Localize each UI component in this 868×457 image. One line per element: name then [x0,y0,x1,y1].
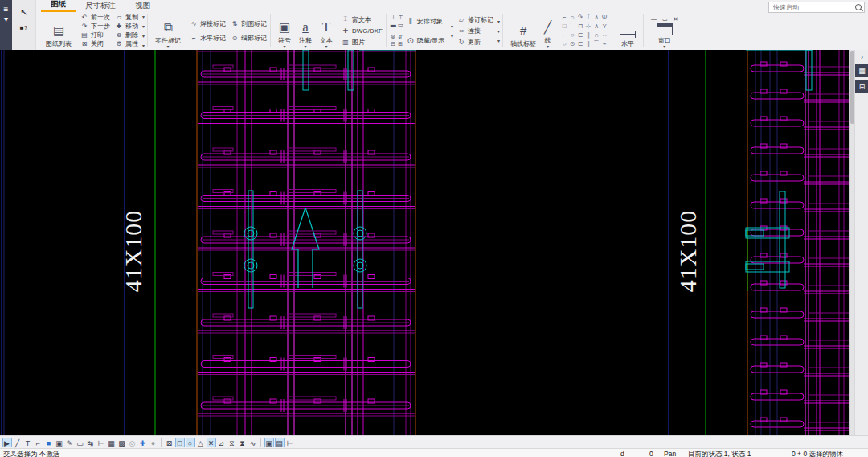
grid-snap-toggle-icon[interactable]: ▤ [275,438,285,447]
reference-snap-icon[interactable]: ⊢ [285,438,295,447]
snap-extension-icon[interactable]: ⧖ [227,438,237,447]
rectangle-tool-icon[interactable]: ▭ [76,438,85,447]
move-button[interactable]: ✚移动 [115,23,138,31]
zoom-icon[interactable]: ◎ [128,438,137,447]
sketch-tool-icon[interactable]: ⌢ [600,31,608,39]
dropdown-arrow-icon[interactable]: ▾ [326,45,328,48]
select-tool-icon[interactable]: ▶ [2,438,12,447]
weld-mark-button[interactable]: ∿焊接标记 [190,19,226,27]
sketch-tool-icon[interactable]: □ [560,22,568,31]
image-button[interactable]: ▥图片 [342,38,383,46]
sketch-tool-icon[interactable]: ∥ [584,31,592,39]
quick-launch-search[interactable] [768,2,865,13]
dropdown-arrow-icon[interactable]: ▾ [142,14,145,19]
dropdown-arrow-icon[interactable]: ▾ [451,23,453,29]
note-button[interactable]: a 注释 ▾ [295,13,316,48]
grid-snap-icon[interactable]: ▩ [117,438,127,447]
sketch-tool-icon[interactable]: ⌒ [568,22,576,31]
dropdown-arrow-icon[interactable]: ▾ [167,45,170,48]
arrange-objects-button[interactable]: ⊥⊤▬▭‖安排对象 [390,14,444,28]
restore-icon[interactable]: ▭ [662,16,668,22]
sketch-tool-icon[interactable]: ∥ [584,39,592,48]
sketch-tool-icon[interactable]: ○ [568,31,576,39]
snap-points-icon[interactable]: ⊠ [165,438,174,447]
next-button[interactable]: ↷下一步 [80,23,110,31]
dropdown-arrow-icon[interactable]: ▾ [305,45,307,48]
snap-center-icon[interactable]: ○ [186,438,195,447]
text-tool-icon[interactable]: T [23,438,33,447]
horizontal-dimension-button[interactable]: 水平 [616,13,640,48]
dropdown-arrow-icon[interactable]: ▾ [142,33,145,39]
revision-mark-button[interactable]: ▱修订标记 [457,15,493,23]
dropdown-arrow-icon[interactable]: ▾ [547,45,549,48]
search-input[interactable] [772,3,855,12]
previous-button[interactable]: ↶前一次 [80,14,110,22]
minimize-icon[interactable]: — [651,16,657,22]
sketch-tool-icon[interactable]: ∩ [568,13,576,22]
tab-drawing[interactable]: 图纸 [41,0,76,12]
point-tool-icon[interactable]: ▣ [55,438,64,447]
axis-label-button[interactable]: # 轴线标签 [506,13,540,48]
component-view-button[interactable]: ⊞ [855,80,868,93]
update-button[interactable]: ↻更新 [457,38,493,46]
hide-show-button[interactable]: ⊜⇵⊟⊞⊙隐藏/显示 [390,33,444,47]
app-menu-button[interactable]: ≡ ▾ [0,0,12,50]
delete-button[interactable]: ⊗删除 [115,31,138,39]
grid-icon[interactable]: ▦ [107,438,117,447]
link-button[interactable]: ∞连接 [457,27,493,35]
select-help-icon[interactable]: ■? [20,24,27,32]
sketch-tool-icon[interactable]: Υ [600,22,608,31]
dropdown-arrow-icon[interactable]: ▾ [451,33,453,39]
pin-icon[interactable]: ✚ [138,438,148,447]
sphere-icon[interactable]: ● [149,438,158,447]
drawing-canvas[interactable]: 41X100 41X100 [0,50,849,435]
sketch-tool-icon[interactable]: ↷ [576,13,584,22]
rich-text-button[interactable]: ⌶富文本 [342,15,383,23]
snap-perpendicular-icon[interactable]: ⊿ [217,438,227,447]
sketch-tool-icon[interactable]: ○ [560,39,568,48]
snap-endpoint-icon[interactable]: □ [175,438,185,447]
freehand-tool-icon[interactable]: ✎ [65,438,75,447]
sketch-tool-icon[interactable]: ∩ [592,31,600,39]
sketch-tool-icon[interactable]: ∧ [592,22,600,31]
dropdown-arrow-icon[interactable]: ▾ [497,19,500,24]
sketch-tool-icon[interactable]: ⊏ [576,31,584,39]
copy-button[interactable]: ▱复制 [115,14,138,22]
sketch-tool-icon[interactable]: ⌁ [600,39,608,48]
sketch-tool-icon[interactable]: ⊓ [576,22,584,31]
sketch-tool-icon[interactable]: ⌐ [560,13,568,22]
dropdown-arrow-icon[interactable]: ▾ [497,28,500,34]
symbol-button[interactable]: ▣ 符号 ▾ [274,13,295,48]
snap-midpoint-icon[interactable]: △ [196,438,206,447]
mark-tool-icon[interactable]: ⌐ [34,438,43,447]
print-button[interactable]: ▤打印 [80,31,110,39]
sketch-tool-icon[interactable]: ⊺ [584,13,592,22]
snap-nearest-icon[interactable]: ⧗ [238,438,248,447]
sketch-tool-icon[interactable]: ⊙ [568,39,576,48]
sketch-tool-icon[interactable]: ⊏ [576,39,584,48]
line-tool-icon[interactable]: ╱ [13,438,23,447]
dwg-dxf-button[interactable]: ✚DWG/DXF [342,27,383,35]
sketch-tool-icon[interactable]: ⌐ [560,31,568,39]
snap-intersection-icon[interactable]: ✕ [207,438,216,447]
properties-button[interactable]: ⚙属性 [115,40,138,48]
sketch-tool-icon[interactable]: ⌒ [592,39,600,48]
close-icon[interactable]: ✕ [674,16,678,22]
level-mark-button[interactable]: ⌐水平标记 [190,34,226,42]
line-button[interactable]: ╱ 线 ▾ [540,13,555,48]
dropdown-arrow-icon[interactable]: ▾ [284,45,286,48]
dropdown-arrow-icon[interactable]: ▾ [497,38,500,43]
text-button[interactable]: T 文本 ▾ [316,13,337,48]
close-drawing-button[interactable]: ⊠关闭 [80,40,110,48]
snap-any-icon[interactable]: ∿ [248,438,258,447]
dropdown-arrow-icon[interactable]: ▾ [663,45,665,48]
dropdown-arrow-icon[interactable]: ▾ [142,43,145,48]
side-pane-collapse-button[interactable]: › [861,53,863,61]
sketch-tool-icon[interactable]: Ψ [600,13,608,22]
detail-mark-button[interactable]: ⊙细部标记 [231,34,267,42]
drawing-list-button[interactable]: ▤ 图纸列表 [42,13,76,48]
sketch-tool-icon[interactable]: ⊹ [584,22,592,31]
tab-view[interactable]: 视图 [125,0,160,12]
dropdown-arrow-icon[interactable]: ▾ [142,23,145,29]
tab-dimension[interactable]: 尺寸标注 [76,0,125,12]
